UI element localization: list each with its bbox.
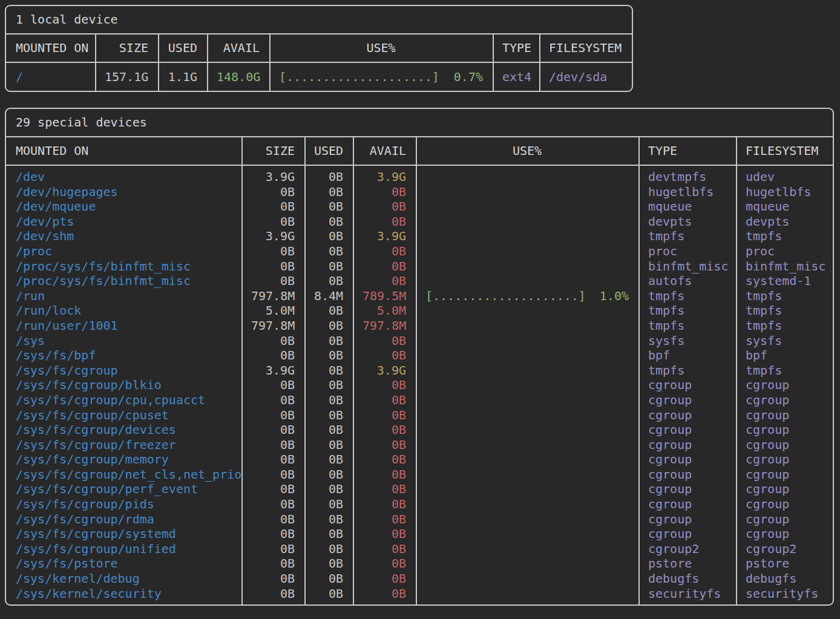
cell-filesystem: sysfs [736, 333, 833, 349]
cell-use-percent [416, 542, 638, 557]
table-row: /sys/fs/cgroup/pids0B0B0Bcgroupcgroup [6, 497, 833, 512]
cell-used: 0B [304, 393, 353, 408]
column-divider [158, 34, 159, 91]
cell-used: 0B [304, 333, 353, 349]
cell-filesystem: cgroup [736, 467, 833, 482]
cell-size: 0B [241, 467, 304, 482]
cell-filesystem: devpts [736, 214, 833, 229]
table-row: /sys/fs/cgroup/cpuset0B0B0Bcgroupcgroup [6, 408, 833, 423]
cell-avail: 0B [353, 393, 416, 408]
cell-type: tmpfs [638, 289, 736, 304]
cell-avail: 0B [353, 586, 416, 601]
cell-avail: 0B [353, 259, 416, 274]
cell-type: mqueue [638, 199, 736, 214]
cell-size: 0B [241, 526, 304, 542]
cell-mount-point: /proc/sys/fs/binfmt_misc [6, 259, 241, 274]
cell-filesystem: systemd-1 [736, 273, 833, 289]
cell-size: 0B [241, 333, 304, 349]
cell-mount-point: /dev/mqueue [6, 199, 241, 214]
cell-size: 797.8M [241, 318, 304, 333]
cell-avail: 0B [353, 542, 416, 557]
column-divider [736, 137, 737, 604]
cell-mount-point: /run/user/1001 [6, 318, 241, 333]
usage-percent: 0.7% [454, 69, 483, 85]
cell-size: 157.1G [95, 69, 158, 85]
cell-type: tmpfs [638, 363, 736, 378]
terminal-screen[interactable]: 1 local device MOUNTED ON SIZE USED AVAI… [0, 5, 840, 606]
cell-use-percent [416, 378, 638, 393]
cell-filesystem: hugetlbfs [736, 185, 833, 200]
table-header-row: MOUNTED ON SIZE USED AVAIL USE% TYPE FIL… [6, 34, 632, 63]
table-row: /sys/fs/cgroup/unified0B0B0Bcgroup2cgrou… [6, 542, 833, 557]
cell-filesystem: binfmt_misc [736, 259, 833, 274]
table-body: /dev3.9G0B3.9Gdevtmpfsudev/dev/hugepages… [6, 166, 833, 604]
cell-type: cgroup [638, 452, 736, 467]
header-filesystem: FILESYSTEM [539, 34, 632, 62]
header-size: SIZE [241, 137, 304, 165]
cell-use-percent [416, 482, 638, 497]
cell-avail: 789.5M [353, 289, 416, 304]
cell-filesystem: mqueue [736, 199, 833, 214]
cell-type: cgroup [638, 422, 736, 437]
table-row: /dev/mqueue0B0B0Bmqueuemqueue [6, 199, 833, 214]
cell-mount-point: /sys/fs/cgroup/net_cls,net_prio [6, 467, 241, 482]
cell-size: 797.8M [241, 289, 304, 304]
special-devices-table: 29 special devices MOUNTED ON SIZE USED … [5, 108, 834, 606]
cell-mount-point: / [6, 69, 95, 85]
cell-use-percent [416, 393, 638, 408]
local-devices-table: 1 local device MOUNTED ON SIZE USED AVAI… [5, 5, 633, 92]
cell-type: cgroup [638, 378, 736, 393]
table-row: /proc/sys/fs/binfmt_misc0B0B0Bbinfmt_mis… [6, 259, 833, 274]
column-divider [207, 34, 208, 91]
cell-mount-point: /sys/fs/cgroup/memory [6, 452, 241, 467]
header-type: TYPE [493, 34, 539, 62]
cell-type: proc [638, 244, 736, 259]
cell-avail: 0B [353, 482, 416, 497]
cell-use-percent: [....................]0.7% [269, 69, 493, 85]
cell-avail: 0B [353, 526, 416, 542]
cell-size: 0B [241, 497, 304, 512]
usage-bar: [....................] [425, 289, 586, 304]
cell-filesystem: cgroup [736, 526, 833, 542]
table-row: /dev3.9G0B3.9Gdevtmpfsudev [6, 169, 833, 185]
cell-type: debugfs [638, 571, 736, 586]
cell-use-percent [416, 303, 638, 318]
cell-type: pstore [638, 556, 736, 571]
cell-use-percent [416, 273, 638, 289]
column-divider [539, 34, 540, 91]
cell-used: 0B [304, 482, 353, 497]
header-filesystem: FILESYSTEM [736, 137, 833, 165]
cell-filesystem: cgroup [736, 408, 833, 423]
table-row: /sys/fs/cgroup/perf_event0B0B0Bcgroupcgr… [6, 482, 833, 497]
cell-avail: 0B [353, 512, 416, 527]
table-row: /dev/shm3.9G0B3.9Gtmpfstmpfs [6, 229, 833, 244]
table-grid: MOUNTED ON SIZE USED AVAIL USE% TYPE FIL… [6, 137, 833, 604]
cell-avail: 0B [353, 244, 416, 259]
cell-avail: 3.9G [353, 229, 416, 244]
cell-type: tmpfs [638, 229, 736, 244]
cell-filesystem: cgroup [736, 452, 833, 467]
cell-filesystem: cgroup [736, 512, 833, 527]
header-type: TYPE [638, 137, 736, 165]
cell-filesystem: udev [736, 169, 833, 185]
cell-use-percent [416, 199, 638, 214]
cell-type: ext4 [493, 69, 539, 85]
cell-size: 0B [241, 393, 304, 408]
cell-mount-point: /dev [6, 169, 241, 185]
cell-type: tmpfs [638, 303, 736, 318]
cell-avail: 0B [353, 273, 416, 289]
cell-size: 0B [241, 571, 304, 586]
cell-use-percent [416, 526, 638, 542]
cell-use-percent [416, 229, 638, 244]
header-used: USED [304, 137, 353, 165]
table-row: /sys/fs/bpf0B0B0Bbpfbpf [6, 348, 833, 363]
table-title: 29 special devices [6, 109, 833, 137]
cell-used: 0B [304, 512, 353, 527]
table-row: /proc0B0B0Bprocproc [6, 244, 833, 259]
table-row: /sys/fs/cgroup/blkio0B0B0Bcgroupcgroup [6, 378, 833, 393]
cell-filesystem: cgroup [736, 422, 833, 437]
cell-size: 0B [241, 273, 304, 289]
table-row: /proc/sys/fs/binfmt_misc0B0B0Bautofssyst… [6, 273, 833, 289]
cell-use-percent [416, 333, 638, 349]
column-divider [638, 137, 640, 604]
